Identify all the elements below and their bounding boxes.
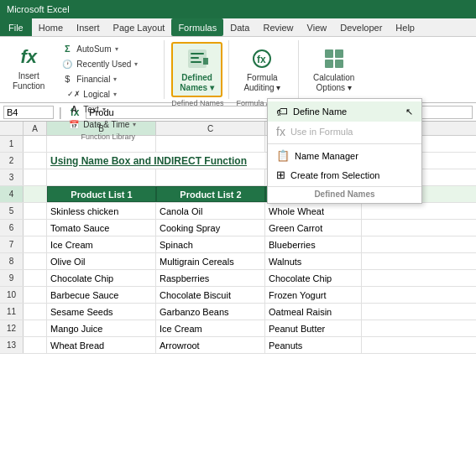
calculation-group: CalculationOptions ▾ Calculation [302,40,369,99]
cell-13a[interactable] [24,337,47,353]
svg-rect-3 [191,61,201,63]
row-num-13: 13 [0,337,24,353]
ribbon: fx InsertFunction Σ AutoSum ▾ 🕐 Recently… [0,37,476,103]
recently-used-arrow: ▾ [134,60,138,68]
menu-formulas[interactable]: Formulas [171,18,223,36]
text-button[interactable]: A Text ▾ [65,102,139,116]
menu-file[interactable]: File [0,18,32,36]
cell-8a[interactable] [24,253,47,269]
cell-7b[interactable]: Ice Cream [47,236,156,252]
cell-5a[interactable] [24,203,47,219]
dropdown-item-name-manager[interactable]: 📋 Name Manager [268,146,421,165]
cell-1c[interactable] [156,136,265,152]
cell-11b[interactable]: Sesame Seeds [47,304,156,320]
cell-4b-header[interactable]: Product List 1 [47,186,156,202]
calculation-options-button[interactable]: CalculationOptions ▾ [306,42,362,97]
cell-1a[interactable] [24,136,47,152]
cell-4c-header[interactable]: Product List 2 [156,186,265,202]
cell-10d[interactable]: Frozen Yogurt [265,287,362,303]
title-text: Microsoft Excel [7,4,70,14]
function-library-label: Function Library [59,131,157,141]
dropdown-item-define-name[interactable]: 🏷 Define Name ↖ [268,101,421,122]
cell-13d[interactable]: Peanuts [265,337,362,353]
menu-developer[interactable]: Developer [333,18,389,36]
cell-6c[interactable]: Cooking Spray [156,220,265,236]
menu-help[interactable]: Help [389,18,421,36]
dropdown-item-use-in-formula[interactable]: fx Use in Formula [268,122,421,142]
cell-6a[interactable] [24,220,47,236]
autosum-button[interactable]: Σ AutoSum ▾ [59,42,140,55]
table-row: 8 Olive Oil Multigrain Cereals Walnuts [0,253,476,270]
cell-11a[interactable] [24,304,47,320]
cell-13b[interactable]: Wheat Bread [47,337,156,353]
defined-names-dropdown: 🏷 Define Name ↖ fx Use in Formula 📋 Name… [267,98,422,204]
defined-names-button[interactable]: DefinedNames ▾ [171,42,222,97]
cell-4a[interactable] [24,186,47,202]
recently-used-button[interactable]: 🕐 Recently Used ▾ [59,57,140,70]
cell-8c[interactable]: Multigrain Cereals [156,253,265,269]
sigma-icon: Σ [61,43,73,55]
financial-button[interactable]: $ Financial ▾ [59,72,140,86]
name-box[interactable]: B4 [3,106,54,119]
logical-button[interactable]: ✓✗ Logical ▾ [65,87,139,101]
cell-3c[interactable] [156,169,265,185]
cursor-icon: ↖ [405,107,413,117]
cell-8d[interactable]: Walnuts [265,253,362,269]
menu-home[interactable]: Home [32,18,70,36]
cell-5d[interactable]: Whole Wheat [265,203,362,219]
cell-5c[interactable]: Canola Oil [156,203,265,219]
menu-view[interactable]: View [301,18,334,36]
formula-auditing-button[interactable]: fx FormulaAuditing ▾ [236,42,288,97]
row-num-5: 5 [0,203,24,219]
cell-12d[interactable]: Peanut Butter [265,320,362,336]
svg-rect-9 [325,60,333,68]
cell-11d[interactable]: Oatmeal Raisin [265,304,362,320]
name-manager-icon: 📋 [276,149,290,162]
cell-5b[interactable]: Skinless chicken [47,203,156,219]
cell-12a[interactable] [24,320,47,336]
date-time-arrow: ▾ [133,121,136,128]
cell-9a[interactable] [24,270,47,286]
cell-12c[interactable]: Ice Cream [156,320,265,336]
cell-10c[interactable]: Chocolate Biscuit [156,287,265,303]
menu-insert[interactable]: Insert [70,18,107,36]
menu-page-layout[interactable]: Page Layout [107,18,172,36]
cell-2a[interactable] [24,153,47,169]
cell-10b[interactable]: Barbecue Sauce [47,287,156,303]
row-col-spacer [0,122,24,135]
row-num-4: 4 [0,186,24,202]
table-row: 6 Tomato Sauce Cooking Spray Green Carro… [0,220,476,236]
define-name-label: Define Name [293,107,347,117]
svg-rect-7 [325,49,333,58]
cell-6d[interactable]: Green Carrot [265,220,362,236]
insert-function-button[interactable]: fx InsertFunction [5,40,52,96]
cell-13c[interactable]: Arrowroot [156,337,265,353]
financial-label: Financial [76,75,110,84]
table-row: 12 Mango Juice Ice Cream Peanut Butter [0,320,476,337]
logical-arrow: ▾ [113,91,117,98]
financial-icon: $ [61,73,73,85]
cell-7a[interactable] [24,236,47,252]
cell-9c[interactable]: Raspberries [156,270,265,286]
menu-review[interactable]: Review [256,18,300,36]
cell-10a[interactable] [24,287,47,303]
menu-data[interactable]: Data [223,18,256,36]
cell-3a[interactable] [24,169,47,185]
formula-auditing-icon: fx [248,46,275,71]
name-manager-label: Name Manager [295,151,358,161]
cell-3b[interactable] [47,169,156,185]
svg-text:fx: fx [257,54,266,65]
cell-7c[interactable]: Spinach [156,236,265,252]
ribbon-content: fx InsertFunction Σ AutoSum ▾ 🕐 Recently… [0,37,476,102]
cell-9b[interactable]: Chocolate Chip [47,270,156,286]
cell-7d[interactable]: Blueberries [265,236,362,252]
cell-6b[interactable]: Tomato Sauce [47,220,156,236]
row-num-6: 6 [0,220,24,236]
dropdown-item-create-from-selection[interactable]: ⊞ Create from Selection [268,165,421,184]
date-time-button[interactable]: 📅 Date & Time ▾ [65,117,139,131]
cell-12b[interactable]: Mango Juice [47,320,156,336]
cell-8b[interactable]: Olive Oil [47,253,156,269]
cell-9d[interactable]: Chocolate Chip [265,270,362,286]
cell-11c[interactable]: Garbanzo Beans [156,304,265,320]
row-num-9: 9 [0,270,24,286]
